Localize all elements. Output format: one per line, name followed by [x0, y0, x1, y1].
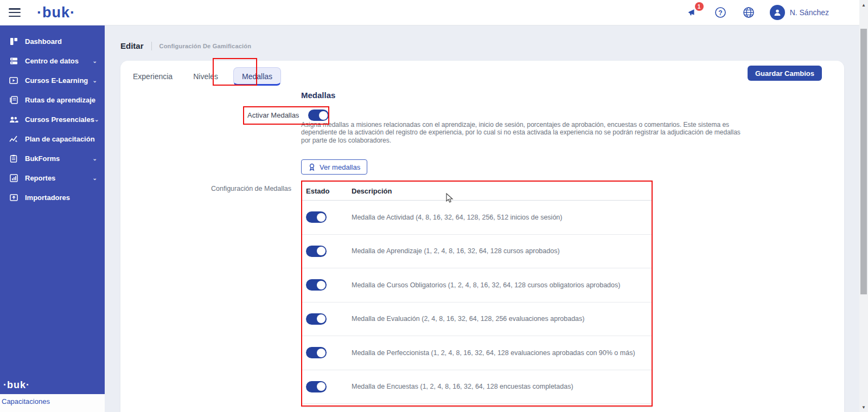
- medal-description: Medalla de Encuestas (1, 2, 4, 8, 16, 32…: [352, 383, 578, 390]
- language-globe-icon[interactable]: [742, 5, 756, 20]
- book-icon: [9, 95, 18, 105]
- sidebar-nav: Dashboard Centro de datos ⌄ Cursos E-Lea…: [0, 25, 105, 394]
- user-name: N. Sánchez: [790, 8, 829, 17]
- save-button[interactable]: Guardar Cambios: [748, 66, 822, 81]
- chevron-down-icon: ⌄: [94, 117, 99, 123]
- sidebar-item-bukforms[interactable]: BukForms ⌄: [0, 149, 105, 168]
- scrollbar-thumb[interactable]: [860, 29, 867, 294]
- training-plan-icon: [9, 134, 18, 144]
- tab-medallas[interactable]: Medallas: [233, 67, 281, 86]
- config-medals-label: Configuración de Medallas: [205, 185, 291, 192]
- medals-table: Estado Descripción Medalla de Actividad …: [302, 182, 652, 408]
- medal-description: Medalla de Aprendizaje (1, 2, 4, 8, 16, …: [352, 247, 564, 255]
- sidebar-item-centro-de-datos[interactable]: Centro de datos ⌄: [0, 51, 105, 70]
- medal-description: Medalla de Cursos Obligatorios (1, 2, 4,…: [352, 281, 624, 289]
- table-row: Medalla de Encuestas (1, 2, 4, 8, 16, 32…: [302, 370, 652, 404]
- chevron-down-icon: ⌄: [93, 156, 97, 162]
- medal-icon: [308, 163, 316, 171]
- view-medals-button[interactable]: Ver medallas: [301, 159, 367, 175]
- sidebar-item-importadores[interactable]: Importadores: [0, 188, 105, 207]
- scroll-up-arrow[interactable]: ▲: [859, 1, 868, 9]
- sidebar-item-cursos-presenciales[interactable]: Cursos Presenciales ⌄: [0, 110, 105, 129]
- column-header-estado: Estado: [302, 187, 352, 195]
- activate-medals-label: Activar Medallas: [247, 111, 299, 119]
- top-bar: ·buk· 1 ? N. Sánchez: [0, 0, 859, 25]
- notification-badge: 1: [695, 2, 704, 11]
- svg-text:?: ?: [718, 9, 722, 17]
- medal-toggle-perfeccionista[interactable]: [306, 347, 327, 358]
- status-bar: Capacitaciones: [0, 394, 105, 412]
- medal-toggle-aprendizaje[interactable]: [306, 246, 327, 257]
- view-medals-label: Ver medallas: [320, 163, 360, 171]
- activate-medals-row: Activar Medallas: [247, 110, 329, 121]
- table-row-partial: [302, 404, 652, 408]
- table-row: Medalla de Aprendizaje (1, 2, 4, 8, 16, …: [302, 235, 652, 269]
- avatar: [770, 5, 785, 20]
- medal-toggle-actividad[interactable]: [306, 211, 327, 223]
- sidebar-item-cursos-elearning[interactable]: Cursos E-Learning ⌄: [0, 70, 105, 90]
- table-row: Medalla de Evaluación (2, 4, 8, 16, 32, …: [302, 302, 652, 337]
- chevron-down-icon: ⌄: [93, 78, 97, 83]
- sidebar-item-rutas-de-aprendizaje[interactable]: Rutas de aprendizaje: [0, 90, 105, 110]
- section-heading: Medallas: [301, 91, 335, 100]
- sidebar-item-reportes[interactable]: Reportes ⌄: [0, 168, 105, 188]
- chevron-down-icon: ⌄: [93, 58, 97, 64]
- medals-description: Asigna medallas a misiones relacionadas …: [301, 121, 745, 144]
- database-rows-icon: [9, 56, 18, 66]
- dashboard-icon: [9, 36, 18, 46]
- sidebar-item-dashboard[interactable]: Dashboard: [0, 31, 105, 51]
- tab-experiencia[interactable]: Experiencia: [133, 68, 173, 85]
- breadcrumb-subtitle: Configuración De Gamificación: [159, 43, 252, 49]
- import-icon: [9, 192, 18, 202]
- video-course-icon: [9, 75, 18, 85]
- medal-description: Medalla de Actividad (4, 8, 16, 32, 64, …: [352, 214, 566, 221]
- page-title: Editar: [120, 41, 144, 50]
- tab-bar: Experiencia Niveles Medallas Guardar Cam…: [120, 61, 844, 92]
- activate-medals-toggle[interactable]: [308, 110, 329, 121]
- chevron-down-icon: ⌄: [93, 175, 97, 181]
- buk-logo: ·buk·: [37, 4, 75, 21]
- notifications-icon[interactable]: 1: [685, 5, 699, 20]
- tab-niveles[interactable]: Niveles: [193, 68, 218, 85]
- sidebar-item-plan-de-capacitacion[interactable]: Plan de capacitación: [0, 129, 105, 149]
- hamburger-menu-icon[interactable]: [9, 8, 21, 17]
- medal-description: Medalla de Perfeccionista (1, 2, 4, 8, 1…: [352, 349, 640, 357]
- table-row: Medalla de Cursos Obligatorios (1, 2, 4,…: [302, 268, 652, 302]
- medal-toggle-evaluacion[interactable]: [306, 313, 327, 325]
- scroll-down-arrow[interactable]: ▼: [859, 403, 868, 411]
- breadcrumb-divider: [151, 42, 152, 50]
- people-icon: [9, 114, 18, 124]
- user-menu[interactable]: N. Sánchez: [770, 5, 829, 20]
- medal-toggle-encuestas[interactable]: [306, 381, 327, 392]
- table-header-row: Estado Descripción: [302, 182, 652, 201]
- medal-toggle-cursos-obligatorios[interactable]: [306, 279, 327, 291]
- table-row: Medalla de Actividad (4, 8, 16, 32, 64, …: [302, 201, 652, 235]
- column-header-descripcion: Descripción: [352, 187, 392, 195]
- breadcrumb: Editar Configuración De Gamificación: [120, 41, 251, 50]
- topbar-actions: 1 ? N. Sánchez: [685, 5, 829, 20]
- help-icon[interactable]: ?: [713, 5, 727, 20]
- vertical-scrollbar[interactable]: ▲ ▼: [859, 0, 868, 412]
- bar-chart-icon: [9, 173, 18, 183]
- clipboard-icon: [9, 153, 18, 163]
- table-row: Medalla de Perfeccionista (1, 2, 4, 8, 1…: [302, 336, 652, 370]
- medal-description: Medalla de Evaluación (2, 4, 8, 16, 32, …: [352, 315, 589, 323]
- capacitaciones-link[interactable]: Capacitaciones: [2, 397, 50, 405]
- sidebar-footer-logo: ·buk·: [3, 379, 30, 391]
